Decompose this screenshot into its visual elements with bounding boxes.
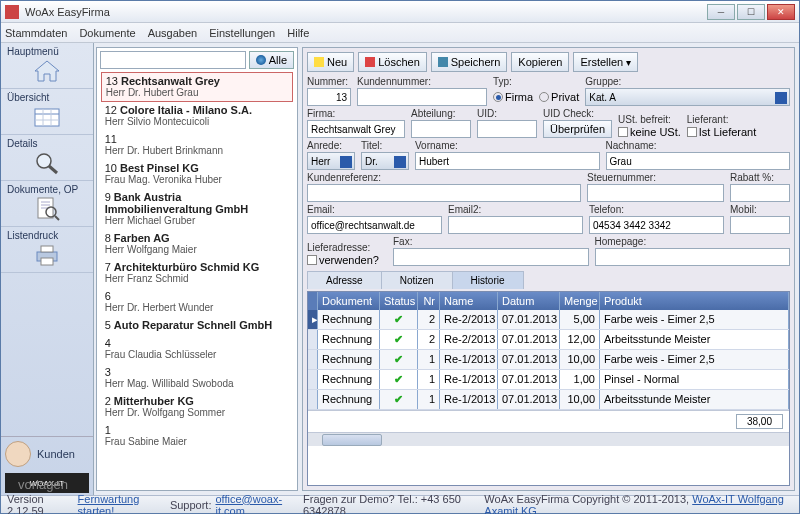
support-email-link[interactable]: office@woax-it.com [215, 493, 299, 515]
minimize-button[interactable]: ─ [707, 4, 735, 20]
version-label: Version 2.12.59 [7, 493, 74, 515]
svg-line-13 [55, 216, 59, 220]
menu-einstellungen[interactable]: Einstellungen [209, 27, 275, 39]
kundennummer-input[interactable] [357, 88, 487, 106]
check-icon: ✔ [394, 333, 403, 345]
check-icon: ✔ [394, 353, 403, 365]
table-row[interactable]: Rechnung✔1Re-1/201307.01.201310,00Farbe … [308, 350, 789, 370]
save-icon [438, 57, 448, 67]
window-title: WoAx EasyFirma [25, 6, 707, 18]
uid-input[interactable] [477, 120, 537, 138]
list-item[interactable]: 4 Frau Claudia Schlüsseler [101, 335, 293, 364]
table-row[interactable]: Rechnung✔1Re-1/201307.01.20131,00Pinsel … [308, 370, 789, 390]
svg-marker-0 [35, 61, 59, 81]
search-input[interactable] [100, 51, 246, 69]
typ-privat-radio[interactable]: Privat [539, 91, 579, 103]
table-row[interactable]: Rechnung✔2Re-2/201307.01.201312,00Arbeit… [308, 330, 789, 350]
tab-historie[interactable]: Historie [452, 271, 524, 289]
sidebar-item-hauptmenu[interactable]: Hauptmenü [1, 43, 93, 89]
fernwartung-link[interactable]: Fernwartung starten! [78, 493, 166, 515]
email-input[interactable] [307, 216, 442, 234]
list-item[interactable]: 5 Auto Reparatur Schnell GmbH [101, 317, 293, 335]
list-item[interactable]: 12 Colore Italia - Milano S.A.Herr Silvi… [101, 102, 293, 131]
menu-hilfe[interactable]: Hilfe [287, 27, 309, 39]
nachname-input[interactable] [606, 152, 791, 170]
sidebar-item-listendruck[interactable]: Listendruck [1, 227, 93, 273]
table-row[interactable]: Rechnung✔1Re-1/201307.01.201310,00Arbeit… [308, 390, 789, 410]
neu-button[interactable]: Neu [307, 52, 354, 72]
typ-firma-radio[interactable]: Firma [493, 91, 533, 103]
svg-rect-1 [35, 109, 59, 126]
grid-hscroll[interactable] [308, 432, 789, 446]
sidebar-kunden[interactable]: Kunden [1, 436, 93, 471]
home-icon [31, 58, 63, 84]
abteilung-input[interactable] [411, 120, 471, 138]
alle-button[interactable]: Alle [249, 51, 294, 69]
list-item[interactable]: 6 Herr Dr. Herbert Wunder [101, 288, 293, 317]
grid-total: 38,00 [736, 414, 783, 429]
customer-list[interactable]: 13 Rechtsanwalt GreyHerr Dr. Hubert Grau… [97, 72, 297, 490]
mobil-input[interactable] [730, 216, 790, 234]
svg-point-6 [37, 154, 51, 168]
rabatt-input[interactable] [730, 184, 790, 202]
svg-rect-15 [41, 246, 53, 252]
check-icon: ✔ [394, 393, 403, 405]
list-item[interactable]: 9 Bank Austria Immobilienveraltung GmbHH… [101, 189, 293, 230]
titel-select[interactable]: Dr. [361, 152, 409, 170]
list-item[interactable]: 10 Best Pinsel KGFrau Mag. Veronika Hube… [101, 160, 293, 189]
svg-rect-16 [41, 258, 53, 265]
statusbar: Version 2.12.59 Fernwartung starten! Sup… [1, 495, 799, 513]
sidebar-item-dokumente[interactable]: Dokumente, OP [1, 181, 93, 227]
menu-ausgaben[interactable]: Ausgaben [148, 27, 198, 39]
gruppe-select[interactable]: Kat. A [585, 88, 790, 106]
avatar-icon [5, 441, 31, 467]
sidebar-item-uebersicht[interactable]: Übersicht [1, 89, 93, 135]
verwenden-checkbox[interactable]: verwenden? [307, 254, 387, 266]
uid-check-button[interactable]: Überprüfen [543, 120, 612, 138]
maximize-button[interactable]: ☐ [737, 4, 765, 20]
firma-input[interactable] [307, 120, 405, 138]
tab-adresse[interactable]: Adresse [307, 271, 382, 289]
printer-icon [31, 242, 63, 268]
list-item[interactable]: 3 Herr Mag. Willibald Swoboda [101, 364, 293, 393]
delete-icon [365, 57, 375, 67]
titlebar: WoAx EasyFirma ─ ☐ ✕ [1, 1, 799, 23]
menu-dokumente[interactable]: Dokumente [79, 27, 135, 39]
detail-panel: Neu Löschen Speichern Kopieren Erstellen… [302, 47, 795, 491]
new-icon [314, 57, 324, 67]
homepage-input[interactable] [595, 248, 791, 266]
table-row[interactable]: ▸Rechnung✔2Re-2/201307.01.20135,00Farbe … [308, 310, 789, 330]
history-grid: Dokument Status Nr Name Datum Menge Prod… [307, 291, 790, 486]
telefon-input[interactable] [589, 216, 724, 234]
anrede-select[interactable]: Herr [307, 152, 355, 170]
list-item[interactable]: 11 Herr Dr. Hubert Brinkmann [101, 131, 293, 160]
app-window: WoAx EasyFirma ─ ☐ ✕ Stammdaten Dokument… [0, 0, 800, 514]
magnifier-icon [31, 150, 63, 176]
list-item[interactable]: 8 Farben AGHerr Wolfgang Maier [101, 230, 293, 259]
document-search-icon [31, 196, 63, 222]
customer-list-panel: Alle 13 Rechtsanwalt GreyHerr Dr. Hubert… [96, 47, 298, 491]
kundenref-input[interactable] [307, 184, 581, 202]
app-icon [5, 5, 19, 19]
vorname-input[interactable] [415, 152, 600, 170]
nummer-input[interactable] [307, 88, 351, 106]
check-icon: ✔ [394, 373, 403, 385]
list-item[interactable]: 7 Architekturbüro Schmid KGHerr Franz Sc… [101, 259, 293, 288]
list-item[interactable]: 2 Mitterhuber KGHerr Dr. Wolfgang Sommer [101, 393, 293, 422]
ist-lieferant-checkbox[interactable]: Ist Lieferant [687, 126, 756, 138]
list-item[interactable]: 13 Rechtsanwalt GreyHerr Dr. Hubert Grau [101, 72, 293, 102]
email2-input[interactable] [448, 216, 583, 234]
loeschen-button[interactable]: Löschen [358, 52, 427, 72]
erstellen-button[interactable]: Erstellen ▾ [573, 52, 638, 72]
sidebar-item-details[interactable]: Details [1, 135, 93, 181]
tab-notizen[interactable]: Notizen [381, 271, 453, 289]
menu-stammdaten[interactable]: Stammdaten [5, 27, 67, 39]
list-item[interactable]: 1 Frau Sabine Maier [101, 422, 293, 451]
speichern-button[interactable]: Speichern [431, 52, 508, 72]
keine-ust-checkbox[interactable]: keine USt. [618, 126, 681, 138]
kopieren-button[interactable]: Kopieren [511, 52, 569, 72]
calendar-icon [31, 104, 63, 130]
fax-input[interactable] [393, 248, 589, 266]
steuernr-input[interactable] [587, 184, 724, 202]
close-button[interactable]: ✕ [767, 4, 795, 20]
